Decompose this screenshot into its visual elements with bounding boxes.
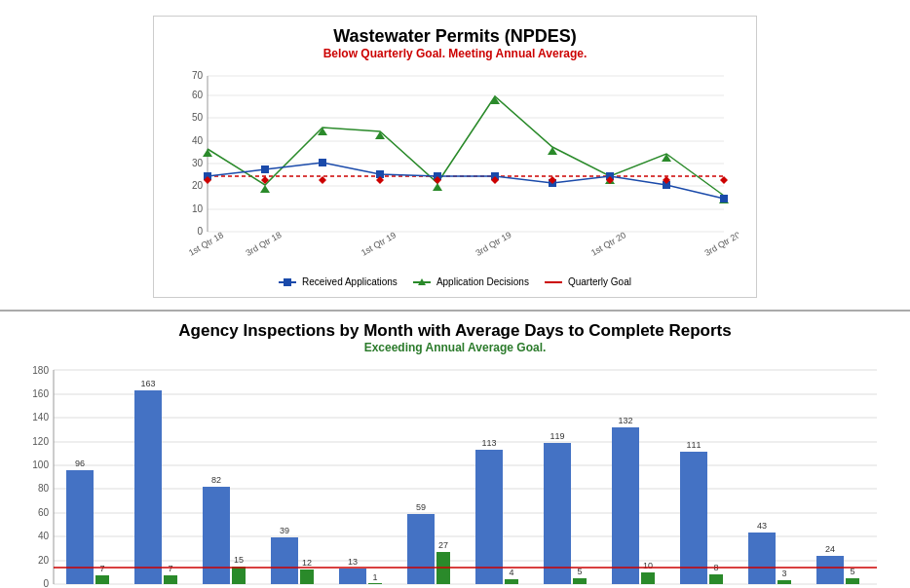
bottom-chart-svg: 0 20 40 60 80 100 120 140 160 180 96 7 — [19, 360, 887, 588]
svg-text:20: 20 — [192, 180, 204, 191]
svg-rect-79 — [164, 575, 177, 584]
svg-rect-86 — [271, 537, 298, 584]
decisions-points — [203, 96, 729, 203]
x-axis-labels: 1st Qtr 18 3rd Qtr 18 1st Qtr 19 3rd Qtr… — [187, 230, 739, 258]
svg-text:7: 7 — [168, 564, 172, 573]
received-points — [204, 159, 728, 202]
svg-text:50: 50 — [192, 112, 204, 123]
svg-marker-45 — [319, 176, 326, 184]
svg-text:119: 119 — [550, 431, 564, 441]
bar-oct: 111 8 — [680, 440, 723, 584]
svg-rect-119 — [846, 578, 859, 584]
legend-goal-top: Quarterly Goal — [545, 276, 631, 287]
grid-lines — [208, 76, 724, 232]
svg-text:1st Qtr 18: 1st Qtr 18 — [187, 230, 225, 257]
svg-text:96: 96 — [75, 459, 85, 468]
y-axis-labels: 0 10 20 30 40 50 60 70 — [192, 70, 204, 237]
svg-text:10: 10 — [192, 203, 204, 214]
svg-text:1st Qtr 20: 1st Qtr 20 — [589, 230, 627, 257]
svg-text:1: 1 — [372, 572, 377, 582]
top-chart-svg: 0 10 20 30 40 50 60 70 1st Qtr 18 3rd Qt… — [173, 66, 739, 271]
svg-rect-90 — [339, 569, 366, 584]
svg-rect-107 — [641, 572, 655, 584]
svg-text:15: 15 — [234, 555, 244, 565]
bottom-chart-subtitle: Exceeding Annual Average Goal. — [19, 341, 891, 354]
svg-text:120: 120 — [32, 436, 49, 447]
svg-rect-34 — [261, 165, 269, 173]
bottom-chart-title: Agency Inspections by Month with Average… — [19, 321, 891, 341]
svg-rect-102 — [544, 443, 571, 584]
svg-text:100: 100 — [32, 459, 49, 470]
svg-text:43: 43 — [757, 521, 767, 531]
svg-text:40: 40 — [38, 531, 50, 541]
svg-text:140: 140 — [32, 412, 49, 423]
bar-jul: 113 4 — [475, 438, 518, 584]
svg-text:60: 60 — [192, 90, 204, 100]
svg-text:1st Qtr 19: 1st Qtr 19 — [360, 230, 398, 257]
svg-rect-106 — [612, 427, 639, 584]
svg-text:27: 27 — [438, 540, 448, 550]
svg-rect-114 — [748, 533, 776, 584]
svg-text:13: 13 — [348, 557, 358, 567]
svg-rect-75 — [95, 575, 109, 584]
svg-text:111: 111 — [686, 440, 701, 450]
svg-text:3rd Qtr 19: 3rd Qtr 19 — [474, 230, 512, 258]
bar-apr: 39 12 — [271, 526, 314, 584]
top-chart-title: Wastewater Permits (NPDES) — [173, 26, 737, 47]
svg-rect-94 — [407, 514, 435, 584]
bar-nov: 43 3 — [748, 521, 791, 584]
top-chart-container: Wastewater Permits (NPDES) Below Quarter… — [153, 16, 757, 298]
legend-decisions: Application Decisions — [413, 276, 529, 287]
svg-rect-78 — [134, 390, 162, 584]
svg-rect-82 — [203, 487, 230, 584]
bar-jan: 96 7 — [66, 459, 109, 584]
svg-text:0: 0 — [197, 226, 203, 237]
svg-text:80: 80 — [38, 483, 50, 494]
svg-rect-83 — [232, 567, 246, 584]
svg-text:59: 59 — [416, 502, 426, 512]
svg-rect-91 — [368, 583, 382, 584]
svg-text:3: 3 — [781, 569, 786, 578]
svg-text:3rd Qtr 18: 3rd Qtr 18 — [244, 230, 283, 258]
svg-text:39: 39 — [280, 526, 289, 535]
decisions-line — [208, 96, 724, 196]
svg-marker-27 — [433, 183, 442, 191]
top-chart-subtitle: Below Quarterly Goal. Meeting Annual Ave… — [173, 47, 737, 60]
svg-rect-98 — [475, 450, 503, 584]
svg-marker-23 — [203, 149, 212, 157]
bar-feb: 163 7 — [134, 379, 177, 584]
svg-text:160: 160 — [32, 388, 49, 399]
svg-text:113: 113 — [481, 438, 496, 448]
svg-text:40: 40 — [192, 135, 204, 146]
svg-text:163: 163 — [140, 379, 155, 388]
svg-text:4: 4 — [509, 568, 513, 577]
svg-text:20: 20 — [38, 555, 50, 566]
svg-text:12: 12 — [302, 558, 312, 568]
svg-text:132: 132 — [618, 416, 632, 425]
svg-rect-42 — [720, 195, 728, 202]
svg-text:60: 60 — [38, 507, 50, 518]
bar-jun: 59 27 — [407, 502, 450, 584]
svg-marker-52 — [720, 176, 728, 184]
legend-received: Received Applications — [279, 276, 398, 287]
bar-sep: 132 10 — [612, 416, 655, 584]
svg-text:7: 7 — [99, 564, 104, 573]
svg-text:10: 10 — [643, 561, 653, 570]
svg-rect-35 — [319, 159, 326, 166]
svg-rect-103 — [573, 578, 587, 584]
svg-rect-87 — [300, 570, 314, 584]
svg-text:30: 30 — [192, 158, 204, 168]
svg-rect-110 — [680, 452, 707, 584]
bottom-chart-container: Agency Inspections by Month with Average… — [0, 310, 910, 588]
svg-text:3rd Qtr 20: 3rd Qtr 20 — [702, 230, 739, 258]
svg-rect-118 — [816, 556, 844, 584]
svg-rect-99 — [505, 579, 518, 584]
svg-text:70: 70 — [192, 70, 204, 81]
bar-dec: 24 5 — [816, 544, 859, 584]
svg-text:0: 0 — [43, 578, 49, 588]
svg-text:180: 180 — [32, 365, 49, 376]
received-line — [208, 163, 724, 199]
svg-rect-115 — [777, 580, 791, 584]
svg-text:24: 24 — [825, 544, 835, 554]
bar-aug: 119 5 — [544, 431, 587, 584]
